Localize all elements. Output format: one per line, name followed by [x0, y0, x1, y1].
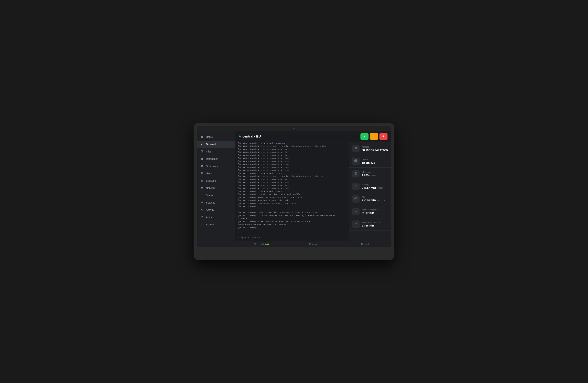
terminal-line: [16:04:13 INFO]: (55.198s)! For help, ty…	[238, 202, 347, 205]
network-icon	[354, 146, 358, 151]
sidebar-item-files[interactable]: Files	[197, 148, 235, 155]
svg-marker-1	[364, 135, 365, 137]
terminal-line: [16:04:09 INFO]: Preparing spawn area: 5…	[238, 163, 347, 166]
account-icon	[201, 223, 204, 226]
stat-value-memory: 945.67 MiB / 2 GiB	[362, 186, 388, 189]
stat-label-network-in: Network (Inbound)	[362, 209, 388, 211]
files-icon	[201, 150, 204, 153]
stat-info-address: Address 88.198.85.242:25565	[362, 146, 388, 152]
terminal-icon	[201, 143, 204, 146]
sidebar-label-terminal: Terminal	[206, 143, 216, 146]
backups-icon	[201, 179, 204, 182]
laptop-frame: Home Terminal Files Databases Schedules …	[193, 123, 395, 260]
svg-rect-2	[382, 135, 384, 137]
stat-card-uptime: Uptime 1h 8m 32s	[349, 155, 391, 168]
terminal-line: [16:04:13 INFO]: View this and more help…	[238, 220, 347, 226]
home-icon	[201, 135, 204, 139]
sidebar-label-settings: Settings	[206, 201, 215, 204]
stat-label-cpu: CPU Load	[362, 171, 388, 173]
terminal-line: [16:04:13 INFO]: It's recommended you re…	[238, 214, 347, 220]
status-dot	[239, 135, 241, 137]
sidebar-label-admin: Admin	[206, 216, 213, 219]
stat-sub-memory: / 2 GiB	[376, 187, 383, 189]
sidebar-item-schedules[interactable]: Schedules	[197, 163, 235, 170]
schedules-icon	[201, 165, 204, 168]
content-area: [16:04:00 INFO]: Preparing spawn area: 2…	[235, 142, 391, 241]
stop-button[interactable]	[379, 133, 387, 140]
stat-label-memory: Memory	[362, 183, 388, 186]
terminal-line: [16:04:13 INFO]: Done (55.198s)! For hel…	[238, 196, 347, 199]
sidebar-label-startup: Startup	[206, 194, 214, 197]
startup-icon	[201, 194, 204, 197]
stat-card-network-out: Network (Outbound) 23.58 KiB	[349, 218, 391, 230]
stat-value-network-out: 23.58 KiB	[362, 224, 388, 227]
stat-info-uptime: Uptime 1h 8m 32s	[362, 158, 388, 164]
start-button[interactable]	[360, 133, 369, 140]
stat-icon-bg-network-out	[352, 221, 359, 228]
bottom-tab-label-1: Memory	[309, 243, 317, 246]
terminal-line: [16:04:10 INFO]: Preparing spawn area: 6…	[238, 166, 347, 169]
stat-info-network-in: Network (Inbound) 31.07 KiB	[362, 209, 388, 214]
bottom-tab-2[interactable]: Network	[339, 241, 391, 247]
app-container: Home Terminal Files Databases Schedules …	[197, 131, 391, 247]
terminal-line: [16:04:13 INFO]: ***********************…	[238, 226, 347, 232]
stat-value-cpu: 1.66% / 100%	[362, 174, 388, 177]
terminal-line: [16:04:08 INFO]: Preparing spawn area: 2…	[238, 151, 347, 154]
sidebar-label-activity: Activity	[206, 209, 214, 211]
stat-label-network-out: Network (Outbound)	[362, 221, 388, 223]
sidebar-item-settings[interactable]: Settings	[197, 199, 235, 206]
stat-label-address: Address	[362, 146, 388, 148]
header-controls	[360, 133, 387, 140]
stat-value-uptime: 1h 8m 32s	[362, 161, 388, 164]
network-out-icon	[354, 222, 358, 226]
stat-card-cpu: CPU Load 1.66% / 100%	[349, 168, 391, 180]
terminal-line: [16:04:12 INFO]: [spark] Starting backgr…	[238, 193, 347, 196]
sidebar-item-startup[interactable]: Startup	[197, 192, 235, 199]
disk-icon	[354, 197, 358, 201]
bottom-bar: CPU LoadMemoryNetwork	[235, 241, 391, 247]
sidebar-item-databases[interactable]: Databases	[197, 155, 235, 162]
sidebar-label-files: Files	[206, 150, 211, 153]
databases-icon	[201, 157, 204, 160]
sidebar-item-network[interactable]: Network	[197, 185, 235, 192]
sidebar-label-schedules: Schedules	[206, 165, 218, 168]
stat-sub-disk: / 9.77 GiB	[376, 200, 385, 202]
sidebar-item-backups[interactable]: Backups	[197, 177, 235, 184]
sidebar-label-account: Account	[206, 223, 215, 226]
terminal-line: [16:04:08 INFO]: Preparing spawn area: 2…	[238, 154, 347, 157]
terminal-line: [16:04:13 INFO]: Running delayed init ta…	[238, 199, 347, 202]
stat-sub-cpu: / 100%	[370, 174, 376, 176]
stat-info-memory: Memory 945.67 MiB / 2 GiB	[362, 183, 388, 189]
network-in-icon	[354, 209, 358, 214]
users-icon	[201, 172, 204, 175]
sidebar-item-admin[interactable]: Admin	[197, 214, 235, 221]
stat-card-network-in: Network (Inbound) 31.07 KiB	[349, 205, 391, 218]
sidebar-label-home: Home	[206, 135, 213, 138]
sidebar-label-backups: Backups	[206, 179, 216, 182]
sidebar-item-users[interactable]: Users	[197, 170, 235, 177]
restart-button[interactable]	[370, 133, 378, 140]
sidebar-item-home[interactable]: Home	[197, 134, 235, 140]
camera-dot	[294, 128, 294, 129]
sidebar-label-users: Users	[206, 172, 213, 175]
terminal-line: [16:04:09 INFO]: Preparing spawn area: 2…	[238, 157, 347, 160]
admin-icon	[201, 216, 204, 219]
stat-icon-bg-network-in	[352, 208, 359, 215]
terminal-line: [16:04:12 INFO]: Time elapsed: 1563 ms	[238, 190, 347, 193]
network-icon	[201, 186, 204, 190]
terminal-output[interactable]: [16:04:00 INFO]: Preparing spawn area: 2…	[235, 142, 349, 234]
terminal-line: [16:04:10 INFO]: Preparing spawn area: 7…	[238, 169, 347, 172]
terminal-panel: [16:04:00 INFO]: Preparing spawn area: 2…	[235, 142, 349, 241]
bottom-tab-0[interactable]: CPU Load	[235, 241, 287, 247]
terminal-input[interactable]	[241, 236, 347, 239]
stat-info-disk: Disk 230.58 MiB / 9.77 GiB	[362, 196, 388, 202]
terminal-line: [16:04:12 INFO]: Preparing spawn area: 2…	[238, 181, 347, 184]
sidebar-item-account[interactable]: Account	[197, 221, 235, 228]
terminal-line: [16:04:11 INFO]: Preparing spawn area: 2…	[238, 178, 347, 181]
stat-value-disk: 230.58 MiB / 9.77 GiB	[362, 199, 388, 202]
sidebar-item-activity[interactable]: Activity	[197, 207, 235, 213]
sidebar-item-terminal[interactable]: Terminal	[197, 141, 235, 148]
camera-bar	[197, 126, 391, 131]
bottom-tab-1[interactable]: Memory	[287, 241, 339, 247]
laptop-screen: Home Terminal Files Databases Schedules …	[197, 126, 391, 247]
